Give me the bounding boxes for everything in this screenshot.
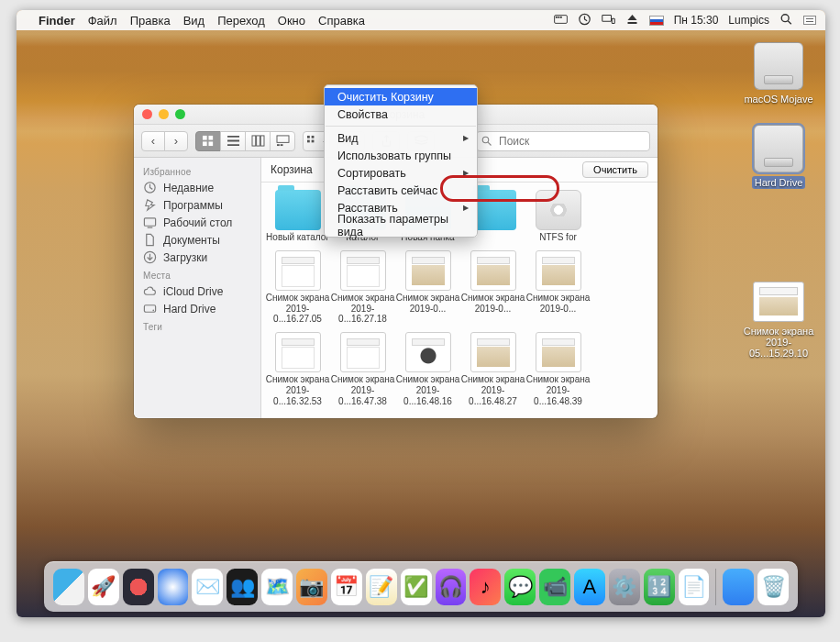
view-gallery-button[interactable] (270, 131, 295, 151)
svg-point-8 (781, 14, 789, 21)
sidebar-item-desktop[interactable]: Рабочий стол (134, 214, 260, 231)
empty-trash-button[interactable]: Очистить (582, 161, 648, 178)
context-menu-item[interactable]: Сортировать (325, 164, 477, 182)
context-menu-item[interactable]: Показать параметры вида (325, 216, 477, 234)
zoom-button[interactable] (175, 109, 185, 119)
dock-item[interactable]: 🔢 (644, 569, 675, 605)
file-item[interactable]: Снимок экрана2019-0...16.48.39 (525, 332, 591, 406)
file-item[interactable]: Новый каталог (265, 190, 330, 243)
sidebar-item-recents[interactable]: Недавние (134, 179, 260, 196)
svg-rect-7 (627, 22, 636, 24)
svg-rect-16 (277, 136, 289, 142)
timemachine-icon[interactable] (578, 13, 591, 28)
desktop-drive-system[interactable]: macOS Mojave (743, 42, 814, 105)
menu-go[interactable]: Переход (217, 14, 265, 28)
location-label: Корзина (271, 163, 313, 176)
dock-item[interactable]: A (574, 569, 605, 605)
close-button[interactable] (142, 109, 152, 119)
forward-button[interactable]: › (164, 131, 188, 151)
sidebar-item-icloud[interactable]: iCloud Drive (134, 282, 260, 300)
file-item[interactable]: Снимок экрана2019-0... (460, 250, 525, 325)
dock-item[interactable]: 📅 (331, 569, 362, 605)
svg-rect-10 (208, 136, 213, 140)
dock-item[interactable]: 📝 (366, 569, 397, 605)
desktop-drive-external[interactable]: Hard Drive (743, 125, 814, 189)
context-menu-item[interactable]: Очистить Корзину (325, 88, 477, 105)
svg-rect-1 (556, 16, 558, 17)
sidebar-item-downloads[interactable]: Загрузки (134, 249, 260, 266)
svg-rect-12 (208, 141, 213, 146)
desktop-screenshot[interactable]: Снимок экрана2019-05...15.29.10 (743, 282, 814, 359)
file-item[interactable]: Снимок экрана2019-0...16.27.18 (330, 250, 395, 325)
menu-view[interactable]: Вид (183, 14, 205, 28)
view-columns-button[interactable] (245, 131, 271, 151)
context-menu-item[interactable]: Использовать группы (325, 147, 477, 164)
display-icon[interactable] (602, 13, 615, 28)
dock-item[interactable]: 📹 (539, 569, 570, 605)
file-item[interactable]: Снимок экрана2019-0...16.27.05 (265, 250, 330, 325)
file-item[interactable]: Снимок экрана2019-0...16.47.38 (330, 332, 395, 406)
sidebar-item-documents[interactable]: Документы (134, 231, 260, 249)
svg-rect-6 (612, 18, 614, 23)
svg-rect-26 (144, 218, 155, 226)
sidebar-heading-favorites: Избранное (134, 162, 260, 179)
app-menu[interactable]: Finder (39, 14, 75, 28)
dock-item[interactable]: 🎧 (436, 569, 467, 605)
eject-icon[interactable] (625, 13, 639, 28)
svg-rect-21 (307, 140, 310, 143)
view-list-button[interactable] (220, 131, 246, 151)
notification-center-icon[interactable] (803, 16, 816, 25)
search-input[interactable] (476, 131, 650, 151)
dock-item[interactable]: 🚀 (88, 569, 119, 605)
dock-item[interactable] (123, 569, 154, 605)
user-text[interactable]: Lumpics (728, 14, 769, 27)
dock-item[interactable]: 🗺️ (261, 569, 293, 605)
file-item[interactable]: Снимок экрана2019-0...16.48.16 (395, 332, 460, 406)
dock-item[interactable]: ✉️ (192, 569, 223, 605)
svg-rect-14 (256, 136, 260, 146)
dock-item[interactable]: 📄 (679, 569, 710, 605)
context-menu-item[interactable]: Вид (325, 129, 477, 147)
dock-item[interactable]: 🗑️ (757, 569, 789, 605)
dock-item[interactable] (53, 569, 84, 605)
file-item[interactable]: NTFS for (525, 190, 591, 243)
file-item[interactable]: Снимок экрана2019-0...16.48.27 (460, 332, 525, 406)
file-item[interactable]: Снимок экрана2019-0... (395, 250, 460, 325)
svg-rect-15 (260, 136, 264, 146)
file-item[interactable]: Снимок экрана2019-0...16.32.53 (265, 332, 330, 406)
clock-text[interactable]: Пн 15:30 (674, 14, 719, 27)
context-menu-item[interactable]: Расставить сейчас (325, 182, 477, 199)
menu-edit[interactable]: Правка (130, 14, 171, 28)
dock-item[interactable]: ♪ (470, 569, 501, 605)
dock-item[interactable] (158, 569, 189, 605)
svg-rect-3 (560, 16, 562, 17)
search-icon[interactable] (779, 13, 793, 28)
svg-rect-18 (280, 144, 282, 146)
keyboard-icon[interactable] (554, 13, 568, 28)
view-icons-button[interactable] (195, 131, 221, 151)
sidebar-item-harddrive[interactable]: Hard Drive (134, 300, 260, 317)
dock-item[interactable]: 👥 (227, 569, 258, 605)
input-source-icon[interactable] (649, 16, 664, 26)
sidebar: Избранное Недавние Программы Рабочий сто… (134, 158, 261, 418)
context-menu-item[interactable]: Свойства (325, 105, 477, 123)
menubar: Finder Файл Правка Вид Переход Окно Спра… (17, 10, 825, 30)
dock-item[interactable] (723, 569, 754, 605)
dock-item[interactable]: 📷 (296, 569, 327, 605)
sidebar-item-applications[interactable]: Программы (134, 196, 260, 214)
dock-item[interactable]: ✅ (401, 569, 432, 605)
svg-rect-5 (602, 15, 611, 21)
svg-rect-9 (203, 136, 207, 140)
svg-rect-2 (558, 16, 559, 17)
svg-rect-22 (312, 140, 315, 143)
sidebar-heading-locations: Места (134, 266, 260, 282)
menu-file[interactable]: Файл (88, 14, 117, 28)
context-menu: Очистить КорзинуСвойстваВидИспользовать … (324, 84, 478, 238)
menu-help[interactable]: Справка (318, 14, 365, 28)
minimize-button[interactable] (159, 109, 169, 119)
back-button[interactable]: ‹ (141, 131, 165, 151)
file-item[interactable]: Снимок экрана2019-0... (525, 250, 591, 325)
menu-window[interactable]: Окно (278, 14, 305, 28)
dock-item[interactable]: 💬 (504, 569, 536, 605)
dock-item[interactable]: ⚙️ (609, 569, 640, 605)
